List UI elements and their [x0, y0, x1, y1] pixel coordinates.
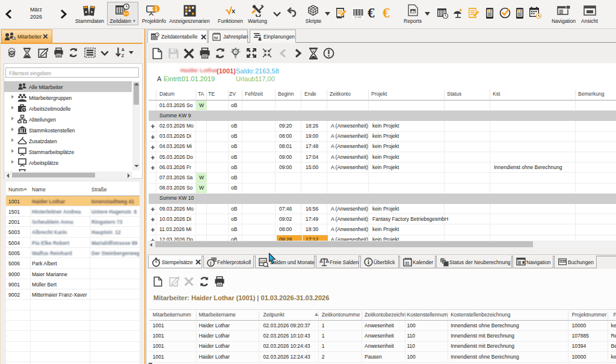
svg-text:123: 123: [260, 259, 265, 263]
svg-text:52: 52: [214, 35, 218, 40]
svg-text:A: A: [122, 48, 125, 52]
svg-text:Z: Z: [122, 54, 125, 58]
svg-text:$: $: [20, 129, 22, 133]
svg-text:12 345: 12 345: [354, 16, 362, 19]
svg-text:x: x: [232, 7, 236, 14]
svg-text:31: 31: [405, 261, 410, 265]
svg-text:?: ?: [235, 50, 237, 54]
svg-text:!: !: [210, 261, 212, 267]
